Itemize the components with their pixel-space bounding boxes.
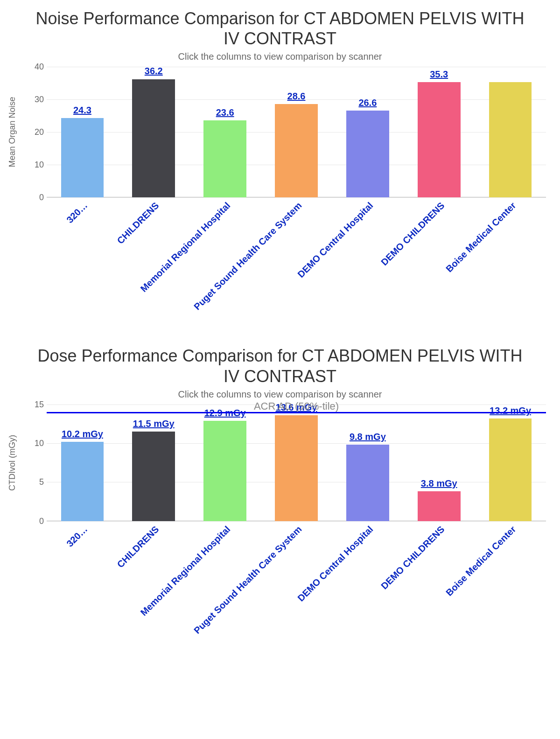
bar-value-label[interactable]: 24.3: [73, 105, 91, 116]
x-axis: 320…CHILDRENSMemorial Regional HospitalP…: [47, 197, 546, 337]
bar-value-label[interactable]: 10.2 mGy: [62, 429, 103, 439]
y-tick-label: 5: [25, 477, 44, 487]
bar-value-label[interactable]: 28.6: [287, 91, 306, 102]
bar-value-label[interactable]: 11.5 mGy: [133, 418, 175, 429]
y-tick-label: 0: [25, 193, 44, 202]
bar-value-label[interactable]: 23.6: [216, 107, 234, 118]
y-tick-label: 20: [25, 127, 44, 137]
y-tick-label: 30: [25, 95, 44, 105]
y-axis-title: CTDIvol (mGy): [7, 435, 17, 491]
bar-slot: 10.2 mGy: [47, 404, 118, 521]
bar-value-label[interactable]: 13.2 mGy: [490, 405, 531, 416]
bar-value-label[interactable]: 35.3: [430, 69, 448, 80]
x-axis: 320…CHILDRENSMemorial Regional HospitalP…: [47, 521, 546, 666]
chart-title: Dose Performance Comparison for CT ABDOM…: [28, 346, 532, 386]
bar-value-label[interactable]: 26.6: [358, 98, 377, 108]
bar[interactable]: [132, 79, 175, 197]
y-tick-label: 10: [25, 439, 44, 448]
bar-slot: 24.3: [47, 67, 118, 197]
dose-chart: Dose Performance Comparison for CT ABDOM…: [0, 346, 560, 665]
reference-line-label: ACR AD (50%-tile): [254, 400, 339, 412]
chart-subtitle: Click the columns to view comparison by …: [0, 51, 560, 62]
y-tick-label: 15: [25, 399, 44, 409]
bar-value-label[interactable]: 36.2: [145, 66, 163, 77]
reference-line: ACR AD (50%-tile): [47, 412, 546, 413]
y-axis-title: Mean Organ Noise: [7, 97, 17, 167]
bar[interactable]: [489, 82, 532, 197]
y-tick-label: 40: [25, 62, 44, 72]
chart-subtitle: Click the columns to view comparison by …: [0, 389, 560, 400]
y-tick-label: 0: [25, 516, 44, 526]
bar[interactable]: [203, 421, 246, 521]
chart-title: Noise Performance Comparison for CT ABDO…: [28, 8, 532, 49]
y-tick-label: 10: [25, 160, 44, 170]
noise-chart: Noise Performance Comparison for CT ABDO…: [0, 8, 560, 337]
bar[interactable]: [132, 432, 175, 521]
